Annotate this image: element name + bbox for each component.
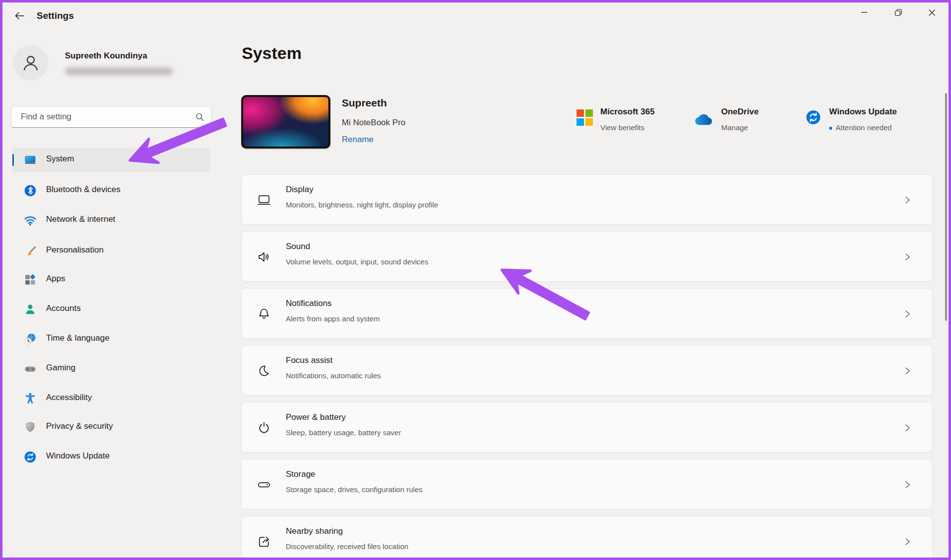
sidebar-item-label: Accounts bbox=[46, 304, 81, 313]
sidebar-item-network-internet[interactable]: Network & internet bbox=[12, 208, 210, 233]
sidebar-item-windows-update[interactable]: Windows Update bbox=[12, 445, 210, 469]
avatar[interactable] bbox=[13, 45, 49, 81]
chevron-right-icon bbox=[903, 253, 911, 261]
device-name: Supreeth bbox=[342, 97, 387, 109]
person-arms-out-icon bbox=[24, 392, 37, 405]
chevron-right-icon bbox=[903, 196, 911, 204]
sidebar-item-label: Windows Update bbox=[46, 451, 110, 461]
bluetooth-icon bbox=[24, 184, 37, 197]
device-thumbnail bbox=[241, 95, 330, 149]
sidebar-item-label: Accessibility bbox=[46, 393, 92, 403]
close-icon bbox=[928, 9, 936, 16]
bell-icon bbox=[257, 306, 271, 321]
page-title: System bbox=[242, 44, 302, 63]
sidebar-item-label: Gaming bbox=[46, 363, 76, 373]
rename-link[interactable]: Rename bbox=[342, 135, 373, 145]
sidebar-item-label: Time & language bbox=[46, 333, 109, 343]
sidebar-item-label: Apps bbox=[46, 274, 65, 284]
gamepad-icon bbox=[24, 362, 37, 375]
paintbrush-icon bbox=[24, 245, 37, 257]
profile-email-redacted bbox=[65, 67, 173, 75]
clock-globe-icon bbox=[24, 333, 37, 346]
settings-row-sound[interactable]: Sound Volume levels, output, input, soun… bbox=[241, 231, 933, 282]
microsoft-logo-icon bbox=[577, 109, 593, 126]
sidebar-item-bluetooth-devices[interactable]: Bluetooth & devices bbox=[12, 178, 210, 203]
microsoft-365-link[interactable]: View benefits bbox=[600, 123, 644, 132]
drive-icon bbox=[257, 477, 271, 492]
settings-row-power-battery[interactable]: Power & battery Sleep, battery usage, ba… bbox=[241, 402, 933, 453]
settings-row-notifications[interactable]: Notifications Alerts from apps and syste… bbox=[241, 288, 933, 339]
microsoft-365-title: Microsoft 365 bbox=[600, 107, 655, 117]
sidebar-item-system[interactable]: System bbox=[12, 148, 210, 172]
onedrive-link[interactable]: Manage bbox=[721, 123, 748, 132]
sidebar-item-personalisation[interactable]: Personalisation bbox=[12, 239, 210, 263]
display-icon bbox=[257, 193, 271, 207]
onedrive-title: OneDrive bbox=[721, 107, 759, 117]
sidebar-item-label: System bbox=[46, 154, 74, 164]
chevron-right-icon bbox=[903, 309, 911, 318]
shield-icon bbox=[24, 421, 37, 434]
sync-icon bbox=[24, 451, 37, 463]
speaker-icon bbox=[257, 250, 271, 264]
scrollbar-thumb[interactable] bbox=[945, 93, 947, 321]
selected-accent-bar bbox=[12, 154, 14, 166]
device-model: Mi NoteBook Pro bbox=[342, 118, 406, 128]
minimize-button[interactable] bbox=[853, 4, 876, 21]
chevron-right-icon bbox=[903, 480, 911, 489]
microsoft-365-card[interactable] bbox=[577, 109, 593, 126]
sidebar-item-privacy-security[interactable]: Privacy & security bbox=[12, 415, 210, 440]
share-icon bbox=[257, 534, 271, 549]
sidebar-item-label: Privacy & security bbox=[46, 421, 113, 431]
onedrive-cloud-icon bbox=[693, 112, 714, 126]
power-icon bbox=[257, 420, 271, 435]
sidebar-item-label: Personalisation bbox=[46, 245, 104, 255]
close-button[interactable] bbox=[920, 4, 943, 21]
sidebar-item-accounts[interactable]: Accounts bbox=[12, 297, 210, 322]
minimize-icon bbox=[860, 8, 868, 16]
chevron-right-icon bbox=[903, 366, 911, 375]
sidebar-item-gaming[interactable]: Gaming bbox=[12, 356, 210, 381]
search-icon bbox=[195, 112, 205, 122]
windows-update-card[interactable] bbox=[805, 109, 821, 125]
search-box bbox=[11, 106, 211, 128]
app-grid-icon bbox=[24, 273, 37, 286]
person-icon bbox=[20, 52, 42, 74]
restore-icon bbox=[894, 8, 902, 17]
moon-icon bbox=[257, 363, 271, 378]
sidebar-item-apps[interactable]: Apps bbox=[12, 267, 210, 292]
settings-row-display[interactable]: Display Monitors, brightness, night ligh… bbox=[241, 174, 933, 225]
settings-window: Settings Supreeth Koundinya System Bluet… bbox=[0, 0, 951, 560]
sidebar-item-accessibility[interactable]: Accessibility bbox=[12, 386, 210, 411]
chevron-right-icon bbox=[903, 423, 911, 432]
chevron-right-icon bbox=[903, 537, 911, 546]
wifi-icon bbox=[24, 214, 37, 227]
restore-button[interactable] bbox=[887, 4, 909, 21]
profile-name: Supreeth Koundinya bbox=[65, 51, 147, 61]
sidebar-item-label: Bluetooth & devices bbox=[46, 185, 120, 195]
settings-row-focus-assist[interactable]: Focus assist Notifications, automatic ru… bbox=[241, 345, 933, 396]
onedrive-card[interactable] bbox=[693, 112, 714, 126]
attention-dot bbox=[829, 127, 832, 130]
sidebar-item-label: Network & internet bbox=[46, 214, 115, 224]
windows-update-title: Windows Update bbox=[829, 107, 897, 117]
sidebar-item-time-language[interactable]: Time & language bbox=[12, 327, 210, 352]
back-button[interactable] bbox=[11, 9, 28, 23]
settings-row-nearby-sharing[interactable]: Nearby sharing Discoverability, received… bbox=[241, 516, 933, 560]
sync-icon bbox=[805, 109, 821, 125]
back-arrow-icon bbox=[13, 10, 25, 22]
accounts-person-icon bbox=[24, 303, 37, 316]
system-laptop-icon bbox=[24, 153, 37, 166]
app-title: Settings bbox=[37, 10, 74, 21]
search-input[interactable] bbox=[11, 106, 211, 127]
windows-update-status: Attention needed bbox=[829, 123, 892, 132]
settings-row-storage[interactable]: Storage Storage space, drives, configura… bbox=[241, 459, 933, 509]
